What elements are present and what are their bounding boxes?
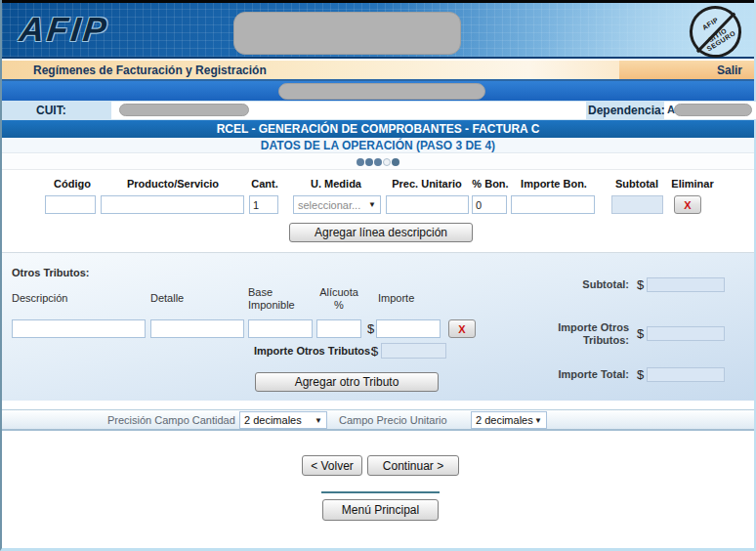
- importe-otros-total-field: [647, 326, 725, 341]
- continuar-button[interactable]: Continuar >: [367, 455, 459, 476]
- progress-dot: [383, 158, 391, 166]
- progress-indicator: [2, 154, 754, 169]
- delete-row-button[interactable]: X: [674, 195, 701, 214]
- subtotal-total-field: [647, 277, 725, 292]
- bonif-pct-input[interactable]: [472, 195, 507, 214]
- progress-dot: [357, 158, 364, 166]
- page-title: RCEL - GENERACIÓN DE COMPROBANTES - FACT…: [2, 120, 754, 138]
- tributo-alicuota-input[interactable]: [316, 319, 361, 338]
- currency-symbol: $: [637, 367, 644, 382]
- salir-link[interactable]: Salir: [619, 61, 754, 79]
- identity-row: CUIT: Dependencia: A: [2, 101, 754, 120]
- currency-symbol: $: [637, 326, 644, 341]
- col-header-bon: % Bon.: [469, 178, 512, 190]
- tributo-descripcion-input[interactable]: [12, 319, 146, 338]
- col-header-base-imponible: Base Imponible: [248, 286, 309, 312]
- menubar-title: Regímenes de Facturación y Registración: [33, 64, 267, 77]
- col-header-umedida: U. Medida: [291, 178, 381, 190]
- col-header-eliminar: Eliminar: [666, 178, 719, 190]
- agregar-linea-descripcion-button[interactable]: Agregar línea descripción: [289, 223, 473, 242]
- col-header-alicuota: Alícuota %: [315, 286, 363, 312]
- importe-bonif-input[interactable]: [511, 195, 595, 214]
- currency-symbol: $: [637, 277, 644, 292]
- progress-dot: [392, 158, 399, 166]
- codigo-input[interactable]: [45, 195, 96, 214]
- items-table: Código Producto/Servicio Cant. U. Medida…: [2, 169, 754, 252]
- u-medida-select[interactable]: seleccionar... ▼: [293, 195, 381, 214]
- col-header-subtotal: Subtotal: [608, 178, 666, 190]
- dependencia-value-field: A: [664, 102, 756, 119]
- agregar-otro-tributo-button[interactable]: Agregar otro Tributo: [255, 372, 439, 392]
- redacted-dependencia-blob: [674, 104, 752, 116]
- cantidad-input[interactable]: [249, 195, 278, 214]
- progress-dot: [374, 158, 382, 166]
- producto-servicio-input[interactable]: [101, 195, 244, 214]
- chevron-down-icon: ▼: [534, 416, 542, 425]
- col-header-producto: Producto/Servicio: [100, 178, 246, 190]
- menubar-stripes-decoration: [2, 61, 27, 79]
- importe-total-field: [647, 367, 725, 382]
- importe-otros-tributos-inline-label: Importe Otros Tributos:: [254, 345, 374, 357]
- currency-symbol: $: [371, 344, 378, 359]
- precision-cantidad-select[interactable]: 2 decimales ▼: [239, 411, 327, 429]
- header-banner: AFIP AFIP SITIO SEGURO: [2, 0, 754, 59]
- importe-total-label: Importe Total:: [510, 368, 629, 381]
- redacted-header-blob: [233, 12, 461, 55]
- currency-symbol: $: [367, 321, 374, 336]
- volver-button[interactable]: < Volver: [302, 455, 362, 476]
- importe-otros-tributos-readonly-field: [381, 343, 446, 359]
- tributo-detalle-input[interactable]: [150, 319, 244, 338]
- delete-tributo-button[interactable]: X: [448, 319, 476, 338]
- col-header-cant: Cant.: [246, 178, 283, 190]
- afip-logo: AFIP: [18, 10, 111, 49]
- col-header-codigo: Código: [45, 178, 100, 190]
- precision-cantidad-label: Precisión Campo Cantidad: [107, 414, 235, 426]
- user-strip: [2, 81, 754, 101]
- dependencia-label: Dependencia:: [588, 104, 665, 117]
- prec-unitario-input[interactable]: [386, 195, 469, 214]
- col-header-descripcion: Descripción: [12, 292, 109, 305]
- precision-bar: Precisión Campo Cantidad 2 decimales ▼ C…: [2, 409, 754, 431]
- col-header-precio: Prec. Unitario: [383, 178, 471, 190]
- tributo-importe-input[interactable]: [376, 319, 441, 338]
- col-header-importe: Importe: [378, 292, 437, 305]
- cuit-label: CUIT:: [36, 104, 66, 117]
- chevron-down-icon: ▼: [368, 200, 376, 209]
- subtotal-readonly-field: [611, 195, 663, 214]
- redacted-cuit-blob: [119, 104, 249, 116]
- cuit-value-field: [111, 102, 586, 119]
- col-header-detalle: Detalle: [150, 292, 229, 305]
- chevron-down-icon: ▼: [315, 416, 322, 425]
- menubar: Regímenes de Facturación y Registración …: [2, 61, 754, 81]
- menu-principal-button[interactable]: Menú Principal: [322, 499, 439, 521]
- otros-tributos-title: Otros Tributos:: [12, 267, 89, 278]
- precision-precio-select[interactable]: 2 decimales ▼: [471, 411, 547, 429]
- otros-tributos-section: Otros Tributos: Descripción Detalle Base…: [2, 252, 754, 401]
- rcel-factura-page: AFIP AFIP SITIO SEGURO Regímenes de Fact…: [0, 0, 756, 551]
- progress-dot: [365, 158, 373, 166]
- importe-otros-total-label: Importe Otros Tributos:: [510, 321, 629, 347]
- precision-precio-label: Campo Precio Unitario: [339, 414, 447, 426]
- afip-secure-seal-icon: AFIP SITIO SEGURO: [680, 0, 751, 67]
- divider-line: [321, 491, 440, 493]
- subtotal-total-label: Subtotal:: [510, 278, 629, 291]
- tributo-base-imponible-input[interactable]: [248, 319, 313, 338]
- redacted-user-blob: [278, 83, 485, 100]
- col-header-importebon: Importe Bon.: [510, 178, 598, 190]
- step-title: DATOS DE LA OPERACIÓN (PASO 3 DE 4): [2, 138, 754, 153]
